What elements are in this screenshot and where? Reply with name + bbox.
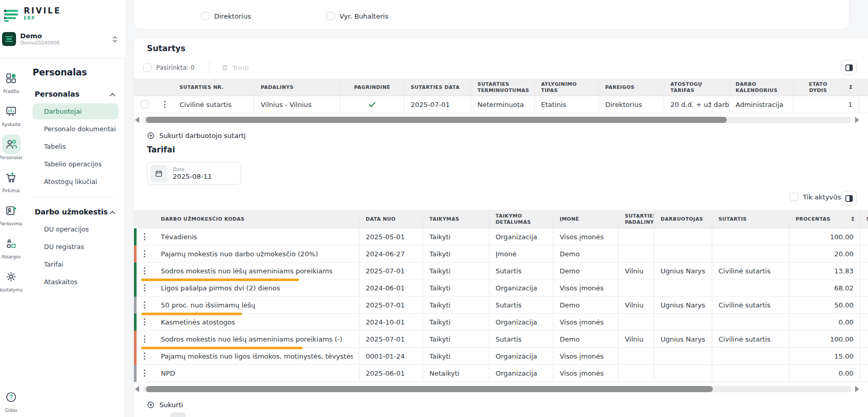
contract-row[interactable]: Civilinė sutartisVilnius - Vilnius2025-0… — [134, 96, 868, 113]
selected-count-label: Pasirinkta: 0 — [156, 64, 194, 71]
contracts-column-settings-button[interactable] — [841, 60, 857, 75]
cell-taikymas: Taikyti — [423, 297, 489, 313]
create-contract-link[interactable]: Sukurti darbuotojo sutartį — [147, 130, 868, 141]
column-header: Σ — [843, 79, 859, 96]
row-menu-cell[interactable] — [134, 228, 155, 245]
tariff-row[interactable]: Kasmetinės atostogos2024-10-01TaikytiOrg… — [134, 314, 868, 331]
rail-item-nustatymai[interactable]: Nustatymai — [0, 267, 24, 292]
delete-button[interactable]: Trinti — [221, 64, 249, 72]
cell-data-nuo: 2025-07-01 — [360, 297, 423, 313]
row-menu-cell[interactable] — [134, 331, 155, 347]
row-menu-cell[interactable] — [156, 96, 173, 113]
row-menu-icon[interactable] — [140, 318, 148, 326]
sidebar-item-darbuotojai[interactable]: Darbuotojai — [33, 103, 118, 119]
row-menu-cell[interactable] — [134, 348, 155, 364]
column-header: ATOSTOGŲ TARIFAS — [664, 79, 729, 96]
tariff-row[interactable]: Pajamų mokestis nuo ligos išmokos, motin… — [134, 348, 868, 365]
tariff-row[interactable]: Pajamų mokestis nuo darbo užmokesčio (20… — [134, 245, 868, 262]
create-tariff-link[interactable]: Sukurti — [147, 399, 868, 410]
tariffs-column-settings-button[interactable] — [841, 191, 857, 206]
sidebar-item-ataskaitos[interactable]: Ataskaitos — [33, 274, 118, 290]
row-menu-cell[interactable] — [134, 245, 155, 262]
sidebar-item-tabelio-operacijos[interactable]: Tabelio operacijos — [33, 156, 118, 172]
app-logo: RIVILE ERP — [4, 7, 61, 23]
active-only-label: Tik aktyvūs — [803, 193, 841, 201]
row-status-bar — [134, 348, 137, 365]
row-menu-cell[interactable] — [134, 262, 155, 279]
tariffs-table: DARBO UŽMOKESČIO KODASDATA NUOTAIKYMASTA… — [134, 210, 868, 382]
sidebar-item-du-operacijos[interactable]: DU operacijos — [33, 221, 118, 237]
row-menu-cell[interactable] — [134, 297, 155, 313]
scroll-left-icon[interactable] — [135, 117, 139, 123]
tariff-row[interactable]: Tėvadienis2025-05-01TaikytiOrganizacijaV… — [134, 228, 868, 245]
cell-kodas: Tėvadienis — [155, 228, 360, 245]
row-menu-icon[interactable] — [140, 250, 148, 257]
role-checkbox-item[interactable]: Vyr. Buhalteris — [326, 12, 388, 20]
cell-procentas: 15.00 — [789, 348, 860, 364]
workspace-switch-icon[interactable] — [113, 36, 117, 42]
tariff-row[interactable]: 50 proc. nuo išsiimamų lėšų2025-07-01Tai… — [134, 297, 868, 314]
tariff-row[interactable]: NPD2025-06-01NetaikytiOrganizacijaVisos … — [134, 365, 868, 382]
row-menu-icon[interactable] — [140, 335, 148, 343]
cell-etato-dydis: 1 — [794, 96, 859, 113]
row-menu-icon[interactable] — [140, 233, 148, 240]
rail-item-pardavimai[interactable]: Pardavimai — [0, 200, 23, 226]
sidebar-item-tabelis[interactable]: Tabelis — [33, 138, 118, 155]
rail-item-gidas[interactable]: Gidas — [2, 387, 21, 413]
scroll-right-icon[interactable] — [855, 386, 859, 392]
row-menu-cell[interactable] — [134, 365, 155, 381]
tariff-row[interactable]: Ligos pašalpa pirmos dvi (2) dienos2024-… — [134, 280, 868, 297]
row-menu-icon[interactable] — [140, 267, 148, 274]
plus-circle-icon — [147, 132, 155, 140]
row-menu-icon[interactable] — [140, 284, 148, 291]
sidebar-section-0[interactable]: Personalas — [33, 88, 118, 103]
row-menu-cell[interactable] — [134, 314, 155, 330]
cell-kodas: Kasmetinės atostogos — [155, 314, 360, 330]
sidebar-item-personalo-dokumentai[interactable]: Personalo dokumentai — [33, 121, 118, 137]
date-field-value: 2025-08-11 — [173, 173, 212, 180]
tariff-row[interactable]: Sodros mokestis nuo lėšų asmeniniams por… — [134, 262, 868, 280]
checkbox[interactable] — [201, 12, 209, 20]
sidebar-item-atostog-liku-iai[interactable]: Atostogų likučiai — [33, 174, 118, 190]
row-menu-icon[interactable] — [140, 301, 148, 308]
cell-taikymas: Taikyti — [423, 348, 489, 364]
active-only-checkbox[interactable] — [790, 193, 798, 201]
scrollbar-thumb[interactable] — [146, 386, 713, 392]
row-status-bar — [134, 297, 137, 314]
row-menu-icon[interactable] — [140, 369, 148, 377]
rail-item-personalas[interactable]: Personalas — [0, 134, 23, 160]
chevron-up-icon — [110, 208, 116, 216]
rail-item-pradzia[interactable]: Pradžia — [2, 68, 21, 94]
cell-clipped — [860, 245, 868, 262]
scrollbar-thumb[interactable] — [146, 117, 727, 123]
row-checkbox-cell[interactable] — [134, 96, 156, 113]
row-menu-icon[interactable] — [162, 101, 167, 108]
row-checkbox[interactable] — [141, 100, 149, 109]
cell-padalinys — [619, 348, 654, 364]
sidebar-section-1[interactable]: Darbo užmokestis — [33, 206, 118, 221]
rail-item-pirkimai[interactable]: Pirkimai — [2, 167, 21, 193]
cell-data-nuo: 2025-07-01 — [360, 262, 423, 279]
sidebar-item-du-registras[interactable]: DU registras — [33, 239, 118, 255]
row-menu-icon[interactable] — [140, 352, 148, 360]
brand-tagline: ERP — [24, 17, 61, 21]
tariff-row[interactable]: Sodros mokestis nuo lėšų asmeniniams por… — [134, 331, 868, 348]
role-checkbox-item[interactable]: Direktorius — [201, 12, 251, 20]
select-all-checkbox[interactable] — [143, 64, 152, 72]
date-field[interactable]: Data 2025-08-11 — [147, 162, 241, 185]
cell-padalinys — [619, 314, 654, 330]
checkbox[interactable] — [326, 12, 335, 20]
rail-item-apskaita[interactable]: Apskaita — [2, 101, 21, 127]
workspace-selector[interactable]: Demo Demo20240906 — [2, 32, 122, 46]
header-checkbox-cell — [134, 79, 156, 96]
scrollbar-track[interactable] — [143, 386, 851, 392]
scrollbar-track[interactable] — [143, 117, 851, 123]
rail-item-label: Pardavimai — [0, 221, 23, 226]
row-menu-cell[interactable] — [134, 280, 155, 296]
cell-sutartis — [712, 348, 789, 364]
scroll-left-icon[interactable] — [135, 386, 139, 392]
sidebar-item-tarifai[interactable]: Tarifai — [33, 256, 118, 272]
scroll-right-icon[interactable] — [855, 117, 859, 123]
rail-item-atsargos[interactable]: Atsargos — [2, 234, 21, 259]
active-only-toggle[interactable]: Tik aktyvūs — [790, 193, 841, 201]
